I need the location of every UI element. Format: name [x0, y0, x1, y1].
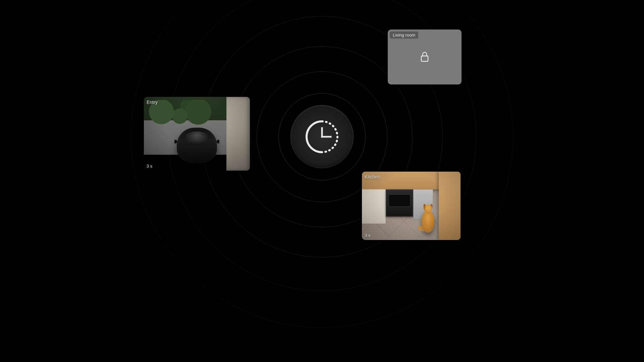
camera-tile-entry[interactable]: Entry 3 s: [144, 97, 250, 171]
camera-thumbnail-kitchen: [362, 172, 461, 240]
camera-tile-kitchen[interactable]: Kitchen 3 s: [362, 172, 461, 240]
security-hub-stage: Entry 3 s Living room: [78, 0, 566, 274]
camera-timestamp: 3 s: [365, 233, 370, 238]
lock-icon: [420, 51, 430, 63]
hub-clock-button[interactable]: [290, 105, 354, 169]
camera-label: Entry: [147, 100, 158, 105]
clock-icon: [302, 117, 342, 157]
camera-label: Kitchen: [365, 174, 380, 180]
camera-timestamp: 3 s: [147, 164, 152, 169]
svg-rect-2: [421, 56, 428, 61]
camera-thumbnail-entry: [144, 97, 250, 171]
camera-tile-living-room[interactable]: Living room: [388, 29, 462, 84]
